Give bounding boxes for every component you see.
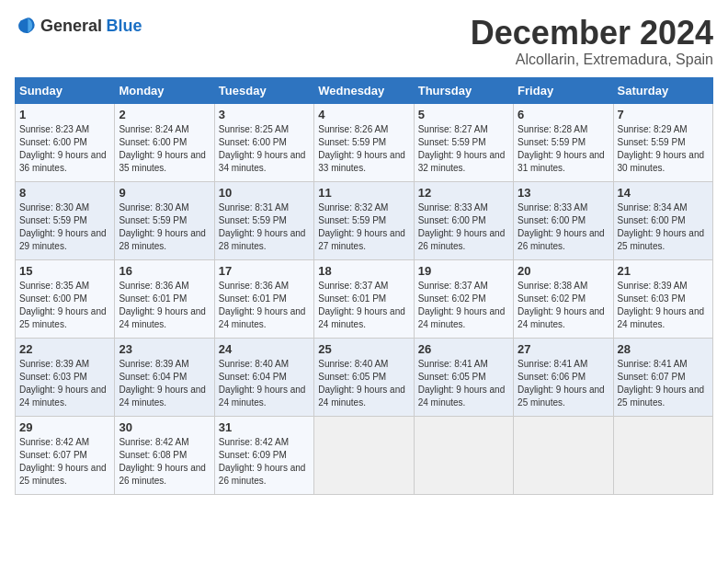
calendar-cell: 5Sunrise: 8:27 AMSunset: 5:59 PMDaylight… — [414, 103, 513, 181]
week-row-4: 22Sunrise: 8:39 AMSunset: 6:03 PMDayligh… — [16, 338, 713, 416]
cell-content: Sunrise: 8:28 AMSunset: 5:59 PMDaylight:… — [518, 123, 609, 175]
calendar-cell: 24Sunrise: 8:40 AMSunset: 6:04 PMDayligh… — [214, 338, 313, 416]
day-number: 4 — [318, 108, 409, 121]
cell-content: Sunrise: 8:30 AMSunset: 5:59 PMDaylight:… — [119, 201, 210, 253]
day-number: 20 — [518, 264, 609, 278]
cell-content: Sunrise: 8:33 AMSunset: 6:00 PMDaylight:… — [418, 201, 509, 253]
calendar-cell: 7Sunrise: 8:29 AMSunset: 5:59 PMDaylight… — [613, 103, 712, 181]
cell-content: Sunrise: 8:26 AMSunset: 5:59 PMDaylight:… — [318, 123, 409, 175]
calendar-cell: 31Sunrise: 8:42 AMSunset: 6:09 PMDayligh… — [214, 416, 313, 494]
day-number: 17 — [219, 264, 310, 278]
day-number: 31 — [219, 420, 310, 434]
cell-content: Sunrise: 8:27 AMSunset: 5:59 PMDaylight:… — [418, 123, 509, 175]
week-row-2: 8Sunrise: 8:30 AMSunset: 5:59 PMDaylight… — [16, 181, 713, 259]
day-number: 15 — [19, 264, 110, 278]
calendar-cell: 12Sunrise: 8:33 AMSunset: 6:00 PMDayligh… — [414, 181, 513, 259]
cell-content: Sunrise: 8:39 AMSunset: 6:04 PMDaylight:… — [119, 358, 210, 409]
day-number: 3 — [219, 108, 310, 121]
calendar-cell: 8Sunrise: 8:30 AMSunset: 5:59 PMDaylight… — [16, 181, 115, 259]
day-number: 12 — [418, 186, 509, 200]
day-number: 29 — [19, 420, 110, 434]
day-number: 21 — [618, 264, 709, 278]
calendar-table: SundayMondayTuesdayWednesdayThursdayFrid… — [15, 77, 713, 495]
day-number: 28 — [618, 342, 709, 356]
logo-icon — [15, 15, 37, 37]
calendar-cell: 15Sunrise: 8:35 AMSunset: 6:00 PMDayligh… — [16, 259, 115, 338]
cell-content: Sunrise: 8:37 AMSunset: 6:01 PMDaylight:… — [318, 280, 409, 331]
calendar-cell: 21Sunrise: 8:39 AMSunset: 6:03 PMDayligh… — [613, 259, 712, 338]
week-row-5: 29Sunrise: 8:42 AMSunset: 6:07 PMDayligh… — [16, 416, 713, 494]
calendar-cell: 16Sunrise: 8:36 AMSunset: 6:01 PMDayligh… — [115, 259, 214, 338]
calendar-cell: 17Sunrise: 8:36 AMSunset: 6:01 PMDayligh… — [214, 259, 313, 338]
cell-content: Sunrise: 8:41 AMSunset: 6:06 PMDaylight:… — [518, 358, 609, 409]
header-saturday: Saturday — [613, 77, 712, 103]
calendar-cell: 27Sunrise: 8:41 AMSunset: 6:06 PMDayligh… — [514, 338, 613, 416]
day-number: 5 — [418, 108, 509, 121]
cell-content: Sunrise: 8:42 AMSunset: 6:08 PMDaylight:… — [119, 436, 210, 488]
title-area: December 2024 Alcollarin, Extremadura, S… — [471, 15, 713, 68]
cell-content: Sunrise: 8:39 AMSunset: 6:03 PMDaylight:… — [19, 358, 110, 409]
calendar-cell: 26Sunrise: 8:41 AMSunset: 6:05 PMDayligh… — [414, 338, 513, 416]
cell-content: Sunrise: 8:38 AMSunset: 6:02 PMDaylight:… — [518, 280, 609, 331]
logo-general: General Blue — [40, 17, 142, 35]
day-number: 2 — [119, 108, 210, 121]
calendar-cell: 10Sunrise: 8:31 AMSunset: 5:59 PMDayligh… — [214, 181, 313, 259]
calendar-cell — [314, 416, 414, 494]
header-friday: Friday — [514, 77, 613, 103]
calendar-cell: 9Sunrise: 8:30 AMSunset: 5:59 PMDaylight… — [115, 181, 214, 259]
day-number: 8 — [19, 186, 110, 200]
calendar-cell: 11Sunrise: 8:32 AMSunset: 5:59 PMDayligh… — [314, 181, 414, 259]
cell-content: Sunrise: 8:36 AMSunset: 6:01 PMDaylight:… — [219, 280, 310, 331]
day-number: 1 — [19, 108, 110, 121]
cell-content: Sunrise: 8:40 AMSunset: 6:04 PMDaylight:… — [219, 358, 310, 409]
cell-content: Sunrise: 8:31 AMSunset: 5:59 PMDaylight:… — [219, 201, 310, 253]
day-number: 19 — [418, 264, 509, 278]
month-title: December 2024 — [471, 15, 713, 52]
day-number: 10 — [219, 186, 310, 200]
calendar-cell: 23Sunrise: 8:39 AMSunset: 6:04 PMDayligh… — [115, 338, 214, 416]
calendar-cell — [613, 416, 712, 494]
week-row-3: 15Sunrise: 8:35 AMSunset: 6:00 PMDayligh… — [16, 259, 713, 338]
header-tuesday: Tuesday — [214, 77, 313, 103]
header-wednesday: Wednesday — [314, 77, 414, 103]
calendar-cell: 25Sunrise: 8:40 AMSunset: 6:05 PMDayligh… — [314, 338, 414, 416]
calendar-cell: 29Sunrise: 8:42 AMSunset: 6:07 PMDayligh… — [16, 416, 115, 494]
calendar-cell: 13Sunrise: 8:33 AMSunset: 6:00 PMDayligh… — [514, 181, 613, 259]
day-number: 6 — [518, 108, 609, 121]
calendar-cell: 20Sunrise: 8:38 AMSunset: 6:02 PMDayligh… — [514, 259, 613, 338]
calendar-cell: 2Sunrise: 8:24 AMSunset: 6:00 PMDaylight… — [115, 103, 214, 181]
calendar-cell: 18Sunrise: 8:37 AMSunset: 6:01 PMDayligh… — [314, 259, 414, 338]
calendar-body: 1Sunrise: 8:23 AMSunset: 6:00 PMDaylight… — [16, 103, 713, 494]
calendar-cell: 6Sunrise: 8:28 AMSunset: 5:59 PMDaylight… — [514, 103, 613, 181]
week-row-1: 1Sunrise: 8:23 AMSunset: 6:00 PMDaylight… — [16, 103, 713, 181]
location-title: Alcollarin, Extremadura, Spain — [471, 52, 713, 68]
cell-content: Sunrise: 8:41 AMSunset: 6:07 PMDaylight:… — [618, 358, 709, 409]
cell-content: Sunrise: 8:41 AMSunset: 6:05 PMDaylight:… — [418, 358, 509, 409]
day-number: 14 — [618, 186, 709, 200]
cell-content: Sunrise: 8:25 AMSunset: 6:00 PMDaylight:… — [219, 123, 310, 175]
cell-content: Sunrise: 8:42 AMSunset: 6:09 PMDaylight:… — [219, 436, 310, 488]
calendar-cell: 28Sunrise: 8:41 AMSunset: 6:07 PMDayligh… — [613, 338, 712, 416]
logo: General Blue — [15, 15, 142, 37]
cell-content: Sunrise: 8:39 AMSunset: 6:03 PMDaylight:… — [618, 280, 709, 331]
day-number: 16 — [119, 264, 210, 278]
calendar-cell: 19Sunrise: 8:37 AMSunset: 6:02 PMDayligh… — [414, 259, 513, 338]
calendar-cell: 22Sunrise: 8:39 AMSunset: 6:03 PMDayligh… — [16, 338, 115, 416]
calendar-cell: 3Sunrise: 8:25 AMSunset: 6:00 PMDaylight… — [214, 103, 313, 181]
header-sunday: Sunday — [16, 77, 115, 103]
day-number: 11 — [318, 186, 409, 200]
day-number: 18 — [318, 264, 409, 278]
cell-content: Sunrise: 8:42 AMSunset: 6:07 PMDaylight:… — [19, 436, 110, 488]
calendar-cell — [414, 416, 513, 494]
cell-content: Sunrise: 8:24 AMSunset: 6:00 PMDaylight:… — [119, 123, 210, 175]
header-thursday: Thursday — [414, 77, 513, 103]
cell-content: Sunrise: 8:34 AMSunset: 6:00 PMDaylight:… — [618, 201, 709, 253]
cell-content: Sunrise: 8:35 AMSunset: 6:00 PMDaylight:… — [19, 280, 110, 331]
cell-content: Sunrise: 8:29 AMSunset: 5:59 PMDaylight:… — [618, 123, 709, 175]
day-number: 13 — [518, 186, 609, 200]
calendar-cell: 4Sunrise: 8:26 AMSunset: 5:59 PMDaylight… — [314, 103, 414, 181]
cell-content: Sunrise: 8:23 AMSunset: 6:00 PMDaylight:… — [19, 123, 110, 175]
calendar-cell — [514, 416, 613, 494]
day-number: 7 — [618, 108, 709, 121]
header-row: SundayMondayTuesdayWednesdayThursdayFrid… — [16, 77, 713, 103]
